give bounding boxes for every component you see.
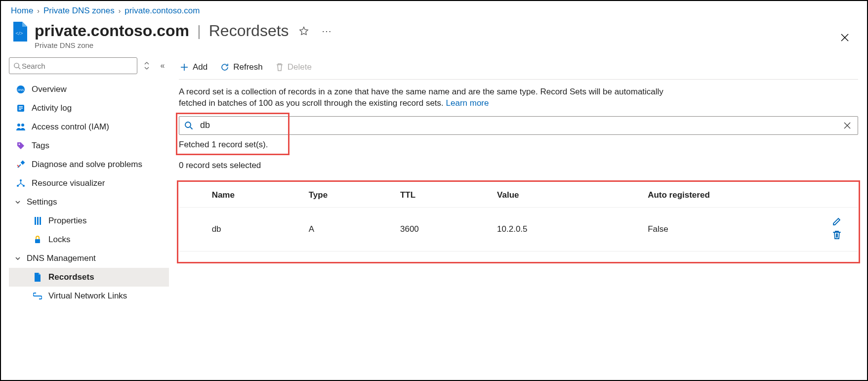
breadcrumb-separator: › xyxy=(119,7,121,15)
toolbar-label: Delete xyxy=(288,62,312,72)
refresh-button[interactable]: Refresh xyxy=(219,60,264,74)
sidebar-item-label: Recordsets xyxy=(48,272,94,282)
close-button[interactable] xyxy=(837,29,855,46)
sidebar-item-label: Tags xyxy=(32,141,49,151)
page-subtitle: Private DNS zone xyxy=(35,41,857,49)
favorite-button[interactable] xyxy=(296,24,312,38)
svg-rect-17 xyxy=(35,217,36,225)
search-icon xyxy=(184,121,193,130)
column-value[interactable]: Value xyxy=(492,183,643,208)
breadcrumb-zone[interactable]: private.contoso.com xyxy=(124,6,200,16)
dns-zone-icon: </> xyxy=(11,22,28,42)
cell-name: db xyxy=(207,207,304,251)
globe-icon: DNS xyxy=(16,85,26,94)
column-ttl[interactable]: TTL xyxy=(395,183,492,208)
sidebar-item-label: Resource visualizer xyxy=(32,178,105,188)
sidebar: « DNS Overview Activity log Access co xyxy=(1,57,174,305)
edit-row-button[interactable] xyxy=(828,216,844,227)
plus-icon xyxy=(180,63,189,72)
svg-point-12 xyxy=(21,124,24,127)
more-button[interactable]: ⋯ xyxy=(319,23,334,39)
sidebar-item-locks[interactable]: Locks xyxy=(9,230,169,249)
sidebar-item-label: Diagnose and solve problems xyxy=(32,160,142,169)
cell-ttl: 3600 xyxy=(395,207,492,251)
svg-point-13 xyxy=(19,144,20,145)
wrench-icon xyxy=(16,160,26,169)
document-icon xyxy=(33,272,42,282)
delete-row-button[interactable] xyxy=(829,229,844,240)
people-icon xyxy=(16,122,26,132)
chevron-down-icon xyxy=(14,255,22,261)
page-title: private.contoso.com xyxy=(35,22,189,40)
cell-auto: False xyxy=(643,207,761,251)
sidebar-search[interactable] xyxy=(9,57,137,74)
svg-line-24 xyxy=(190,127,193,129)
sidebar-item-activity[interactable]: Activity log xyxy=(9,99,169,118)
page-section: Recordsets xyxy=(209,22,289,40)
sidebar-search-input[interactable] xyxy=(21,61,133,71)
svg-text:DNS: DNS xyxy=(18,88,24,91)
sidebar-item-label: Overview xyxy=(32,85,67,94)
selected-count: 0 record sets selected xyxy=(179,161,858,170)
sort-icon xyxy=(144,62,150,70)
svg-rect-19 xyxy=(40,217,41,225)
sidebar-item-label: Access control (IAM) xyxy=(32,122,109,132)
column-auto[interactable]: Auto registered xyxy=(643,183,761,208)
sidebar-sort-button[interactable] xyxy=(140,59,153,72)
svg-rect-9 xyxy=(19,108,23,109)
cell-type: A xyxy=(304,207,395,251)
breadcrumb: Home › Private DNS zones › private.conto… xyxy=(1,1,867,19)
svg-rect-20 xyxy=(35,239,40,243)
sidebar-item-recordsets[interactable]: Recordsets xyxy=(9,268,169,287)
sidebar-item-vnet[interactable]: Virtual Network Links xyxy=(9,287,169,305)
sidebar-section-settings[interactable]: Settings xyxy=(9,193,169,212)
refresh-icon xyxy=(220,63,229,72)
sidebar-collapse-button[interactable]: « xyxy=(156,59,169,72)
sidebar-item-properties[interactable]: Properties xyxy=(9,212,169,230)
properties-icon xyxy=(33,216,42,226)
main-content: Add Refresh Delete A record set is a col… xyxy=(174,57,867,305)
sidebar-section-label: Settings xyxy=(27,197,57,207)
sidebar-item-tags[interactable]: Tags xyxy=(9,136,169,155)
close-icon xyxy=(840,33,852,42)
sidebar-item-diagnose[interactable]: Diagnose and solve problems xyxy=(9,155,169,174)
breadcrumb-separator: › xyxy=(37,7,40,15)
svg-point-11 xyxy=(17,124,20,127)
sidebar-item-visualizer[interactable]: Resource visualizer xyxy=(9,174,169,193)
record-search[interactable] xyxy=(179,116,858,135)
delete-button: Delete xyxy=(275,60,313,74)
sidebar-item-overview[interactable]: DNS Overview xyxy=(9,80,169,99)
breadcrumb-home[interactable]: Home xyxy=(11,6,33,16)
tag-icon xyxy=(16,141,26,151)
table-header-row: Name Type TTL Value Auto registered xyxy=(179,183,858,208)
svg-point-14 xyxy=(20,179,22,181)
record-search-input[interactable] xyxy=(199,120,841,131)
star-icon xyxy=(299,26,309,36)
clear-search-button[interactable] xyxy=(841,122,854,129)
learn-more-link[interactable]: Learn more xyxy=(446,98,489,108)
title-separator: | xyxy=(197,23,201,40)
sidebar-item-label: Locks xyxy=(48,235,70,245)
description-body: A record set is a collection of records … xyxy=(179,87,663,108)
column-name[interactable]: Name xyxy=(207,183,304,208)
sidebar-item-label: Properties xyxy=(48,216,86,226)
trash-icon xyxy=(276,63,284,72)
sidebar-section-dns[interactable]: DNS Management xyxy=(9,249,169,268)
pencil-icon xyxy=(831,217,841,227)
close-icon xyxy=(844,122,851,129)
lock-icon xyxy=(33,235,42,245)
breadcrumb-dnszones[interactable]: Private DNS zones xyxy=(43,6,115,16)
graph-icon xyxy=(16,178,26,188)
table-row[interactable]: db A 3600 10.2.0.5 False xyxy=(179,207,858,251)
sidebar-item-iam[interactable]: Access control (IAM) xyxy=(9,118,169,136)
fetched-status: Fetched 1 record set(s). xyxy=(179,140,858,150)
ellipsis-icon: ⋯ xyxy=(322,26,331,37)
description-text: A record set is a collection of records … xyxy=(179,80,683,113)
add-button[interactable]: Add xyxy=(179,60,208,74)
search-icon xyxy=(13,62,21,70)
cell-value: 10.2.0.5 xyxy=(492,207,643,251)
sidebar-item-label: Activity log xyxy=(32,103,72,113)
recordsets-table: Name Type TTL Value Auto registered db A… xyxy=(179,183,858,252)
svg-rect-10 xyxy=(19,109,21,110)
column-type[interactable]: Type xyxy=(304,183,395,208)
